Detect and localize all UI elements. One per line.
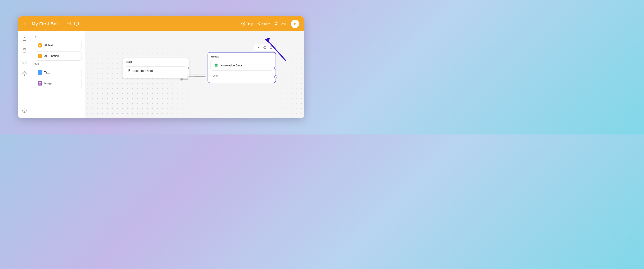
canvas-area: AI AI Text [31, 31, 304, 118]
back-button[interactable]: ← [23, 21, 28, 27]
share-button[interactable]: Share [257, 22, 270, 26]
section-title-ai: AI [35, 36, 82, 39]
panel-item-text-label: Text [44, 71, 50, 74]
group-node-content: Knowledge Base else [208, 60, 276, 83]
help-circle-icon: ? [241, 22, 245, 26]
svg-rect-0 [67, 22, 70, 25]
svg-rect-29 [270, 47, 272, 49]
section-title-talk: Talk [35, 63, 82, 66]
svg-point-18 [23, 49, 26, 50]
svg-point-12 [24, 39, 24, 40]
header: ← My First Bot [18, 17, 304, 31]
image-icon [38, 81, 42, 86]
header-right: ? Help Share [241, 20, 299, 28]
sidebar-item-database[interactable] [20, 46, 28, 55]
save-button[interactable]: Save [274, 22, 286, 26]
save-icon [274, 22, 278, 26]
sidebar: ? [18, 31, 31, 118]
knowledge-base-connector[interactable] [274, 67, 277, 70]
help-button[interactable]: ? Help [241, 22, 253, 26]
edit-icon-button[interactable] [66, 22, 71, 26]
flag-icon [128, 69, 132, 73]
panel-item-ai-function[interactable]: AI Function [35, 52, 82, 61]
sidebar-item-bot[interactable] [20, 35, 28, 43]
svg-rect-10 [275, 24, 278, 25]
main-layout: ? AI AI Text [18, 31, 304, 118]
start-node-header: Start [122, 58, 189, 65]
svg-point-23 [40, 56, 40, 57]
sidebar-item-code[interactable] [20, 58, 28, 66]
svg-rect-25 [39, 73, 40, 73]
group-node-header: Group [208, 53, 276, 60]
svg-point-15 [24, 37, 25, 37]
monitor-icon-button[interactable] [74, 22, 79, 26]
panel-item-ai-function-label: AI Function [44, 54, 59, 58]
svg-point-19 [24, 73, 25, 74]
group-node: Group Knowledge Base [208, 52, 276, 83]
ai-function-icon [38, 54, 42, 58]
play-button[interactable] [291, 20, 299, 28]
node-delete-button[interactable] [269, 46, 273, 50]
header-icons [66, 22, 79, 26]
node-clock-button[interactable] [262, 46, 267, 50]
sidebar-item-help[interactable]: ? [20, 107, 28, 115]
start-node-content: Start from here [122, 65, 189, 78]
left-panel: AI AI Text [31, 31, 85, 118]
panel-item-image[interactable]: Image [35, 79, 82, 88]
knowledge-base-icon [214, 63, 218, 68]
svg-rect-11 [23, 38, 26, 41]
group-item-knowledge-base[interactable]: Knowledge Base [210, 60, 273, 71]
sidebar-item-settings[interactable] [20, 70, 28, 78]
start-from-here-item[interactable]: Start from here [125, 66, 186, 75]
knowledge-base-label: Knowledge Base [220, 64, 242, 67]
node-toolbar [254, 44, 276, 52]
start-from-here-label: Start from here [134, 69, 153, 72]
panel-item-image-label: Image [44, 82, 52, 85]
svg-point-13 [25, 39, 26, 40]
group-item-else: else [210, 72, 273, 80]
svg-rect-3 [75, 22, 78, 25]
svg-rect-24 [39, 72, 41, 72]
share-icon [257, 22, 261, 26]
svg-point-32 [180, 78, 183, 81]
panel-item-ai-text-label: AI Text [44, 44, 53, 47]
text-icon [38, 70, 42, 75]
page-title: My First Bot [32, 21, 58, 27]
panel-item-ai-text[interactable]: AI Text [35, 41, 82, 50]
start-node: Start Start from here [122, 58, 189, 78]
else-connector[interactable] [274, 75, 277, 78]
app-container: ← My First Bot [18, 17, 304, 118]
panel-item-text[interactable]: Text [35, 68, 82, 77]
svg-rect-9 [276, 22, 277, 23]
ai-text-icon [38, 43, 42, 48]
node-play-button[interactable] [256, 46, 261, 50]
svg-text:?: ? [24, 109, 25, 112]
canvas[interactable]: Start Start from here [85, 31, 304, 118]
header-left: ← My First Bot [23, 21, 79, 27]
svg-text:?: ? [242, 23, 244, 25]
